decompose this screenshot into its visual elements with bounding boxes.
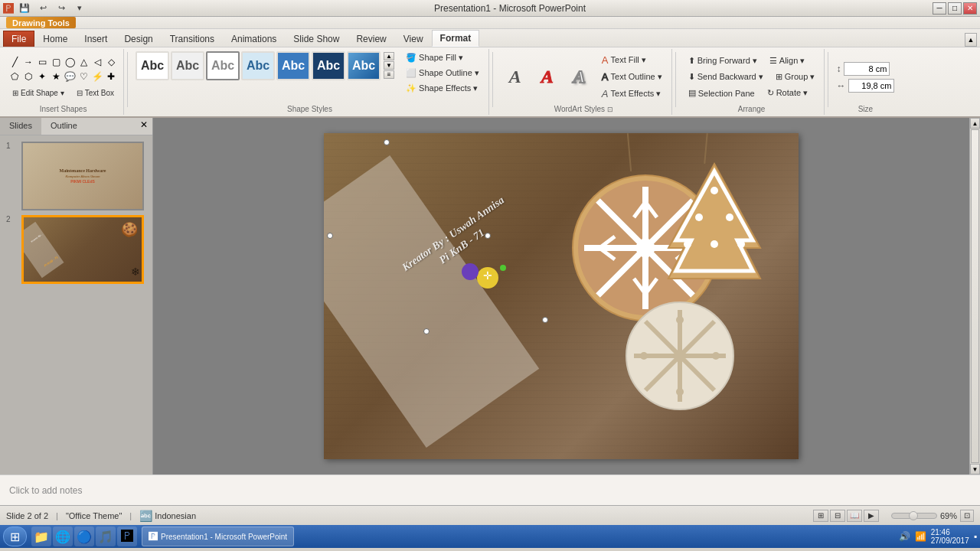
shape-style-5[interactable]: Abc [276,51,310,80]
taskbar-winamp-icon[interactable]: 🎵 [96,527,116,546]
slide-thumb-1[interactable]: 1 Maintenance Hardware Komputer Akses Um… [6,142,146,210]
diamond-icon[interactable]: ◇ [104,55,118,69]
gallery-down-btn[interactable]: ▼ [384,61,394,70]
star4-icon[interactable]: ✦ [35,70,49,83]
triangle-icon[interactable]: △ [77,55,90,69]
text-box-btn[interactable]: ⊟ Text Box [72,86,119,99]
hexagon-icon[interactable]: ⬡ [21,70,35,83]
show-desktop-btn[interactable]: ▪ [974,531,977,542]
arrow-icon[interactable]: → [21,55,35,69]
vertical-scrollbar[interactable]: ▲ ▼ [969,118,980,474]
shape-style-6[interactable]: Abc [312,51,345,80]
gallery-scroll[interactable]: ▲ ▼ ≡ [382,51,396,80]
group-btn[interactable]: ⊞ Group ▾ [771,70,820,84]
tab-animations[interactable]: Animations [223,31,285,47]
tab-transitions[interactable]: Transitions [162,31,223,47]
taskbar-chrome-icon[interactable]: 🔵 [74,527,94,546]
heart-icon[interactable]: ♡ [77,70,90,83]
redo-btn[interactable]: ↪ [54,2,69,15]
handle-middle-left[interactable] [327,233,333,239]
close-btn[interactable]: ✕ [963,2,977,15]
slide-canvas[interactable]: ✛ Kreator By : Uswah AnnisaPi KnB - 71 [324,133,799,459]
shape-fill-btn[interactable]: 🪣 Shape Fill ▾ [401,51,484,65]
selection-pane-btn[interactable]: ▤ Selection Pane [684,86,760,100]
rotate-btn[interactable]: ↻ Rotate ▾ [763,86,812,100]
zoom-slider[interactable] [891,513,937,519]
volume-icon[interactable]: 🔊 [899,531,910,542]
height-input[interactable] [844,62,890,76]
outline-tab[interactable]: Outline [41,118,87,135]
save-btn[interactable]: 💾 [17,2,32,15]
taskbar-explorer-icon[interactable]: 📁 [31,527,51,546]
reading-view-btn[interactable]: 📖 [847,510,862,522]
shape-effects-btn[interactable]: ✨ Shape Effects ▾ [401,81,484,96]
callout-icon[interactable]: 💬 [63,70,77,83]
handle-rotate[interactable] [542,317,548,323]
scroll-up-btn[interactable]: ▲ [970,118,980,129]
wordart-style-2[interactable]: A [533,63,562,92]
oval-icon[interactable]: ◯ [63,55,77,69]
gallery-up-btn[interactable]: ▲ [384,52,394,60]
lightning-icon[interactable]: ⚡ [90,70,104,83]
slideshow-btn[interactable]: ▶ [864,510,879,522]
tab-home[interactable]: Home [34,31,76,47]
text-effects-btn[interactable]: A Text Effects ▾ [597,86,667,102]
tab-format[interactable]: Format [432,30,480,47]
rect-icon[interactable]: ▭ [35,55,49,69]
gallery-expand-btn[interactable]: ≡ [384,70,394,79]
qat-more-btn[interactable]: ▾ [72,2,87,15]
shape-style-2[interactable]: Abc [171,51,204,80]
undo-btn[interactable]: ↩ [35,2,51,15]
slide-sorter-btn[interactable]: ⊟ [830,510,845,522]
slides-close-btn[interactable]: ✕ [136,118,152,135]
shape-style-7[interactable]: Abc [347,51,381,80]
tab-design[interactable]: Design [116,31,161,47]
fit-slide-btn[interactable]: ⊡ [960,510,974,522]
wordart-style-3[interactable]: A [565,63,594,92]
zoom-thumb[interactable] [909,511,918,520]
rounded-rect-icon[interactable]: ▢ [49,55,63,69]
shape-style-3[interactable]: Abc [206,51,240,80]
shape-style-1[interactable]: Abc [136,51,169,80]
scroll-down-btn[interactable]: ▼ [970,464,980,474]
text-fill-btn[interactable]: A Text Fill ▾ [597,52,667,68]
width-input[interactable] [848,79,894,93]
ribbon-collapse-btn[interactable]: ▲ [965,33,977,47]
star5-icon[interactable]: ★ [49,70,63,83]
tab-slideshow[interactable]: Slide Show [285,31,348,47]
send-backward-btn[interactable]: ⬇ Send Backward ▾ [684,70,768,84]
normal-view-btn[interactable]: ⊞ [813,510,828,522]
slides-tab[interactable]: Slides [0,118,41,135]
pentagon-icon[interactable]: ⬠ [8,70,21,83]
slide-preview-1[interactable]: Maintenance Hardware Komputer Akses Umum… [21,142,144,210]
handle-bottom-center[interactable] [423,328,430,334]
bring-forward-btn[interactable]: ⬆ Bring Forward ▾ [684,54,762,68]
edit-shape-btn[interactable]: ⊞ Edit Shape ▾ [8,86,69,99]
shape-outline-btn[interactable]: ⬜ Shape Outline ▾ [401,66,484,80]
notes-area[interactable]: Click to add notes [0,474,980,505]
handle-top-center[interactable] [384,139,390,145]
minimize-btn[interactable]: ─ [933,2,946,15]
rtriangle-icon[interactable]: ◁ [90,55,104,69]
cross-icon[interactable]: ✚ [104,70,118,83]
tab-view[interactable]: View [395,31,432,47]
scroll-thumb[interactable] [971,129,979,463]
start-button[interactable]: ⊞ [3,527,27,546]
network-icon[interactable]: 📶 [915,531,926,542]
taskbar-browser-icon[interactable]: 🌐 [53,527,73,546]
tab-review[interactable]: Review [348,31,394,47]
rotated-rectangle[interactable] [324,155,539,448]
tab-insert[interactable]: Insert [76,31,116,47]
taskbar-ppt-app[interactable]: 🅿 Presentation1 - Microsoft PowerPoint [142,527,294,546]
shape-style-4[interactable]: Abc [241,51,275,80]
wordart-style-1[interactable]: A [501,63,530,92]
slide-preview-2[interactable]: Kreator By... 🍪 ❄ Pi KnB - 71 [21,215,144,284]
taskbar-ppt-icon[interactable]: 🅿 [117,527,137,546]
slide-thumb-2[interactable]: 2 Kreator By... 🍪 ❄ Pi KnB - 71 [6,215,146,284]
maximize-btn[interactable]: □ [948,2,962,15]
line-icon[interactable]: ╱ [8,55,21,69]
wordart-expand-btn[interactable]: ⊡ [607,106,613,113]
text-outline-btn[interactable]: A Text Outline ▾ [597,69,667,85]
tab-file[interactable]: File [3,31,34,47]
align-btn[interactable]: ☰ Align ▾ [765,54,810,68]
